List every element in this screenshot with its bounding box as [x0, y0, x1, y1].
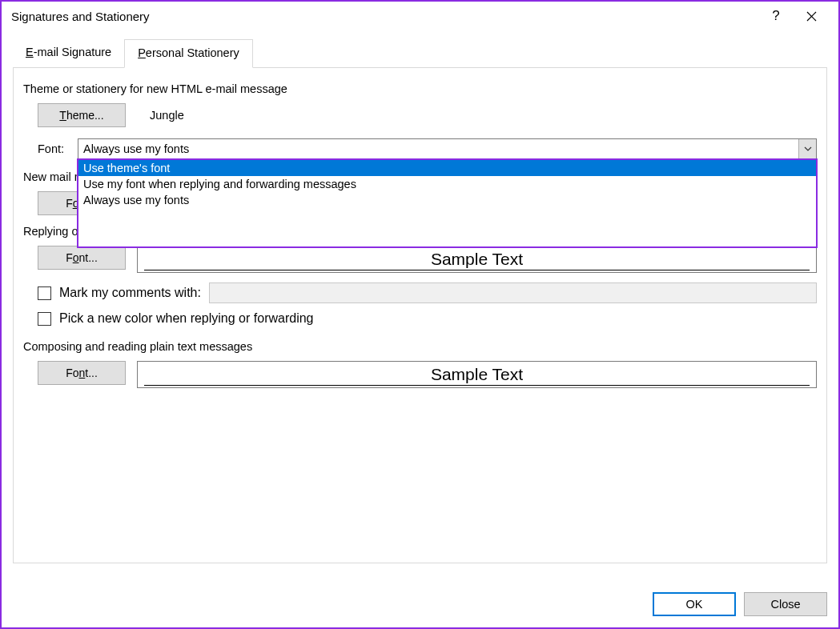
reply-sample-preview: Sample Text — [137, 246, 817, 273]
font-combobox-value: Always use my fonts — [78, 142, 798, 155]
plain-font-button[interactable]: Font... — [38, 361, 126, 385]
dialog-content: E-mail Signature Personal Stationery The… — [2, 30, 838, 563]
close-button[interactable]: Close — [744, 592, 827, 616]
font-option-theme[interactable]: Use theme's font — [78, 160, 816, 176]
close-icon — [806, 11, 817, 22]
tab-strip: E-mail Signature Personal Stationery — [13, 38, 827, 68]
dialog-footer: OK Close — [653, 592, 827, 616]
titlebar: Signatures and Stationery ? — [2, 2, 838, 30]
pick-color-checkbox[interactable] — [38, 312, 51, 326]
font-option-always[interactable]: Always use my fonts — [78, 192, 816, 208]
plain-sample-text: Sample Text — [144, 365, 809, 386]
help-button[interactable]: ? — [758, 4, 794, 28]
window-title: Signatures and Stationery — [11, 10, 150, 23]
mark-comments-input[interactable] — [209, 282, 817, 303]
plain-text-section-label: Composing and reading plain text message… — [23, 340, 817, 353]
personal-stationery-pane: Theme or stationery for new HTML e-mail … — [13, 68, 827, 563]
dialog-window: Signatures and Stationery ? E-mail Signa… — [0, 0, 840, 629]
theme-section-label: Theme or stationery for new HTML e-mail … — [23, 82, 817, 95]
mark-comments-label: Mark my comments with: — [59, 286, 201, 300]
theme-button[interactable]: Theme... — [38, 103, 126, 127]
font-combobox[interactable]: Always use my fonts — [78, 138, 817, 159]
mark-comments-checkbox[interactable] — [38, 286, 51, 300]
pick-color-label: Pick a new color when replying or forwar… — [59, 311, 313, 326]
tab-email-signature[interactable]: E-mail Signature — [13, 39, 124, 68]
reply-sample-text: Sample Text — [144, 250, 809, 270]
plain-sample-preview: Sample Text — [137, 361, 817, 388]
chevron-down-icon — [798, 139, 816, 158]
font-option-reply-forward[interactable]: Use my font when replying and forwarding… — [78, 176, 816, 192]
font-dropdown-list: Use theme's font Use my font when replyi… — [77, 158, 818, 248]
window-close-button[interactable] — [794, 4, 829, 28]
ok-button[interactable]: OK — [653, 592, 736, 616]
current-theme-name: Jungle — [142, 109, 184, 122]
tab-personal-stationery[interactable]: Personal Stationery — [124, 39, 253, 68]
reply-font-button[interactable]: Font... — [38, 246, 126, 270]
font-label: Font: — [38, 142, 73, 155]
